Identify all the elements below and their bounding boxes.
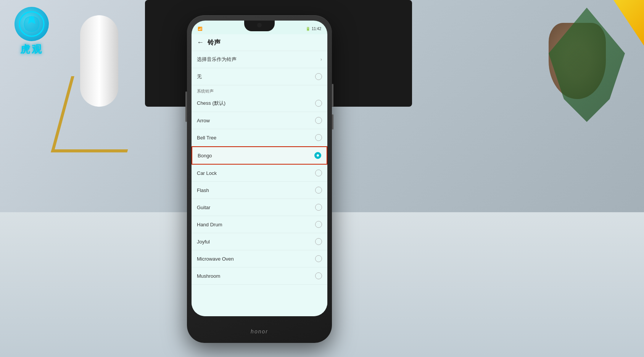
ringtone-handdrum-item[interactable]: Hand Drum [192,216,327,233]
battery-icon: 🔋 [306,27,310,31]
chevron-right-icon: › [320,57,322,62]
ringtone-flash-label: Flash [197,187,209,193]
front-camera [257,23,262,27]
none-label: 无 [197,73,202,80]
phone-device: 📶 🔋 11:42 ← 铃声 选择音乐作为铃声 › [187,15,332,343]
ringtone-guitar-radio[interactable] [315,204,322,211]
ringtone-guitar-item[interactable]: Guitar [192,199,327,216]
select-music-item[interactable]: 选择音乐作为铃声 › [192,51,327,68]
ringtone-mushroom-label: Mushroom [197,273,220,279]
ringtone-flash-item[interactable]: Flash [192,182,327,199]
watermark-logo: 虎观 [7,7,56,56]
volume-up-button [185,91,187,122]
screen-content: ← 铃声 选择音乐作为铃声 › 无 系统铃声 Chess (默认) [192,34,327,316]
ringtone-carlock-label: Car Lock [197,170,217,176]
ringtone-bongo-label: Bongo [198,153,212,158]
watermark-brand-text: 虎观 [20,43,43,56]
page-header: ← 铃声 [192,34,327,51]
ringtone-belltree-radio[interactable] [315,134,322,141]
ringtone-microwave-label: Microwave Oven [197,256,234,262]
ringtone-chess-label: Chess (默认) [197,100,225,107]
power-button [332,84,333,107]
ringtone-carlock-item[interactable]: Car Lock [192,165,327,182]
phone-notch [244,21,275,31]
back-button[interactable]: ← [197,38,204,46]
ringtone-flash-radio[interactable] [315,187,322,194]
ringtone-mushroom-item[interactable]: Mushroom [192,267,327,285]
ringtone-bongo-item[interactable]: Bongo [192,146,327,165]
status-left: 📶 [198,27,202,31]
ringtone-chess-item[interactable]: Chess (默认) [192,95,327,112]
phone-body: 📶 🔋 11:42 ← 铃声 选择音乐作为铃声 › [187,15,332,343]
time-display: 11:42 [312,27,321,31]
ringtone-joyful-item[interactable]: Joyful [192,233,327,250]
status-right: 🔋 11:42 [306,27,321,31]
system-ringtones-label: 系统铃声 [192,85,327,95]
none-ringtone-item[interactable]: 无 [192,68,327,85]
page-title: 铃声 [208,38,221,47]
ringtone-bongo-radio[interactable] [314,152,321,159]
none-radio-button[interactable] [315,73,322,80]
ringtone-chess-radio[interactable] [315,100,322,107]
ringtone-joyful-label: Joyful [197,239,210,245]
ringtone-belltree-label: Bell Tree [197,135,216,141]
ringtone-guitar-label: Guitar [197,205,210,210]
phone-screen: 📶 🔋 11:42 ← 铃声 选择音乐作为铃声 › [192,21,327,316]
ringtone-handdrum-radio[interactable] [315,221,322,228]
signal-icon: 📶 [198,27,202,31]
ringtone-microwave-item[interactable]: Microwave Oven [192,250,327,267]
select-music-label: 选择音乐作为铃声 [197,56,237,63]
ringtone-handdrum-label: Hand Drum [197,222,222,227]
watermark-circle [14,7,49,41]
ringtone-microwave-radio[interactable] [315,255,322,262]
volume-down-button [332,114,333,130]
ringtone-arrow-label: Arrow [197,118,210,123]
ringtone-belltree-item[interactable]: Bell Tree [192,129,327,146]
ringtone-arrow-item[interactable]: Arrow [192,112,327,129]
ringtone-mushroom-radio[interactable] [315,272,322,279]
phone-brand-text: honor [251,328,268,335]
ringtone-arrow-radio[interactable] [315,117,322,124]
ringtone-carlock-radio[interactable] [315,170,322,176]
ringtone-joyful-radio[interactable] [315,238,322,245]
